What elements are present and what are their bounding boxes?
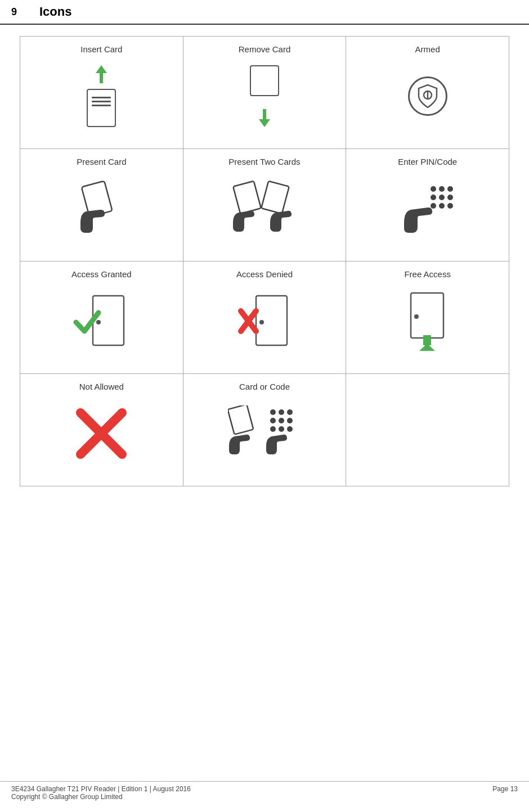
shield-icon: [416, 84, 439, 109]
present-card-label: Present Card: [26, 157, 177, 166]
not-allowed-icon-area: [26, 397, 177, 470]
present-card-icon-area: [26, 172, 177, 245]
svg-point-21: [414, 314, 419, 319]
present-two-cards-icon: [232, 181, 297, 237]
enter-pin-icon-area: [352, 172, 503, 245]
svg-point-27: [270, 409, 276, 415]
cell-insert-card: Insert Card: [20, 37, 183, 149]
free-access-icon: [402, 290, 453, 352]
card-line-1: [92, 97, 111, 98]
present-two-cards-icon-area: [189, 172, 340, 245]
present-card-icon: [75, 181, 128, 237]
remove-card-label: Remove Card: [189, 44, 340, 54]
cell-free-access: Free Access: [346, 261, 509, 374]
icons-table: Insert Card: [20, 36, 509, 486]
enter-pin-label: Enter PIN/Code: [352, 157, 503, 166]
arrow-down-head: [259, 119, 270, 127]
card-or-code-label: Card or Code: [189, 382, 340, 391]
card-lines: [92, 97, 111, 106]
remove-card-icon-area: [189, 60, 340, 133]
access-granted-label: Access Granted: [26, 269, 177, 279]
access-granted-icon: [73, 293, 129, 349]
svg-point-17: [259, 320, 264, 324]
page-title: Icons: [39, 4, 71, 19]
card-or-code-icon: [228, 405, 301, 462]
armed-icon-area: [352, 60, 503, 133]
card-line-3: [92, 105, 111, 106]
svg-point-15: [96, 320, 101, 324]
svg-point-12: [439, 203, 445, 209]
svg-point-11: [431, 203, 436, 209]
remove-card-icon: [245, 65, 284, 127]
page-number: 9: [11, 6, 28, 18]
insert-card-arrow: [96, 65, 107, 83]
svg-point-9: [439, 195, 445, 200]
svg-rect-4: [262, 181, 290, 214]
free-access-icon-area: [352, 285, 503, 358]
arrow-up-head: [96, 65, 107, 73]
cell-armed: Armed: [346, 37, 509, 149]
access-granted-icon-area: [26, 285, 177, 358]
card-or-code-icon-area: [189, 397, 340, 470]
not-allowed-icon: [76, 408, 127, 459]
insert-card-icon-area: [26, 60, 177, 133]
not-allowed-label: Not Allowed: [26, 382, 177, 391]
cell-present-two-cards: Present Two Cards: [183, 149, 346, 261]
svg-rect-23: [423, 335, 431, 345]
svg-rect-3: [234, 181, 262, 214]
present-two-cards-label: Present Two Cards: [189, 157, 340, 166]
cell-access-granted: Access Granted: [20, 261, 183, 374]
svg-point-8: [431, 195, 436, 200]
svg-point-29: [287, 409, 293, 415]
footer-left: 3E4234 Gallagher T21 PIV Reader | Editio…: [11, 785, 191, 801]
cell-enter-pin: Enter PIN/Code: [346, 149, 509, 261]
svg-point-7: [447, 186, 453, 192]
cell-not-allowed: Not Allowed: [20, 374, 183, 486]
footer-left-line2: Copyright © Gallagher Group Limited: [11, 793, 191, 801]
access-denied-label: Access Denied: [189, 269, 340, 279]
page-header: 9 Icons: [0, 0, 529, 25]
free-access-label: Free Access: [352, 269, 503, 279]
svg-point-10: [447, 195, 453, 200]
svg-point-33: [270, 426, 276, 432]
access-denied-icon: [236, 293, 293, 349]
arrow-shaft-down: [263, 109, 266, 119]
table-wrapper: Insert Card: [0, 36, 529, 486]
page-footer: 3E4234 Gallagher T21 PIV Reader | Editio…: [0, 781, 529, 801]
svg-point-34: [279, 426, 284, 432]
insert-card-label: Insert Card: [26, 44, 177, 54]
card-line-2: [92, 101, 111, 102]
cell-card-or-code: Card or Code: [183, 374, 346, 486]
card-rect: [87, 89, 116, 127]
access-denied-icon-area: [189, 285, 340, 358]
svg-point-13: [447, 203, 453, 209]
arrow-shaft-up: [100, 73, 103, 83]
armed-label: Armed: [352, 44, 503, 54]
cell-remove-card: Remove Card: [183, 37, 346, 149]
cell-access-denied: Access Denied: [183, 261, 346, 374]
svg-point-6: [439, 186, 445, 192]
svg-point-32: [287, 418, 293, 423]
remove-card-rect: [250, 65, 279, 96]
cell-empty: [346, 374, 509, 486]
enter-pin-icon: [400, 181, 456, 237]
footer-right: Page 13: [492, 785, 518, 801]
armed-icon: [408, 76, 447, 116]
svg-point-31: [279, 418, 284, 423]
svg-point-30: [270, 418, 276, 423]
svg-point-28: [279, 409, 284, 415]
cell-present-card: Present Card: [20, 149, 183, 261]
footer-left-line1: 3E4234 Gallagher T21 PIV Reader | Editio…: [11, 785, 191, 793]
insert-card-icon: [82, 65, 121, 127]
svg-point-5: [431, 186, 436, 192]
svg-rect-26: [228, 405, 253, 435]
remove-card-arrow: [259, 109, 270, 127]
svg-point-35: [287, 426, 293, 432]
